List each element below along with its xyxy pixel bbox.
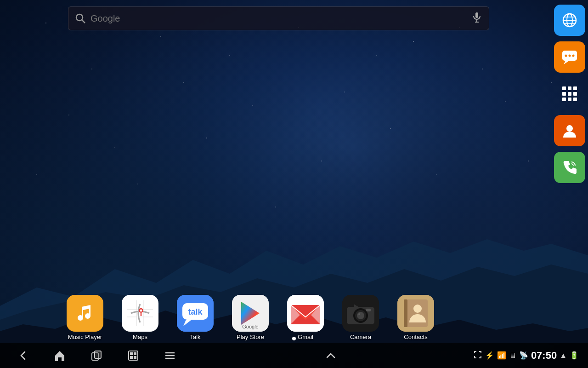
- svg-line-4: [82, 20, 85, 23]
- contacts-label: Contacts: [404, 334, 427, 340]
- maps-icon: [122, 295, 158, 332]
- dock: Music Player Maps: [0, 292, 551, 343]
- svg-rect-55: [130, 356, 132, 358]
- svg-rect-54: [134, 353, 136, 355]
- nav-bar: ⚡ 📶 🖥 📡 07:50 ▲ 🔋: [0, 343, 588, 368]
- app-camera[interactable]: Camera: [340, 295, 381, 340]
- camera-label: Camera: [350, 334, 371, 340]
- talk-label: Talk: [190, 334, 200, 340]
- svg-rect-5: [475, 12, 478, 18]
- contacts-icon: [397, 295, 434, 332]
- play-store-icon: Google: [232, 295, 269, 332]
- sidebar-phone-button[interactable]: [554, 152, 585, 183]
- usb-icon: ⚡: [485, 351, 494, 360]
- wifi-signal-icon: ▲: [560, 351, 567, 360]
- wifi-icon: 📡: [519, 351, 528, 360]
- mic-icon[interactable]: [471, 12, 482, 25]
- svg-point-15: [565, 55, 567, 57]
- up-arrow-button[interactable]: [303, 343, 358, 368]
- svg-rect-53: [130, 353, 132, 355]
- svg-rect-51: [95, 351, 101, 358]
- svg-point-18: [566, 125, 573, 132]
- fullscreen-icon: [473, 350, 482, 361]
- recent-apps-button[interactable]: [78, 343, 115, 368]
- gmail-icon: [287, 295, 324, 332]
- search-bar[interactable]: [68, 6, 489, 30]
- menu-button[interactable]: [152, 343, 188, 368]
- sidebar-apps-button[interactable]: [554, 78, 585, 109]
- search-input[interactable]: [90, 13, 471, 24]
- home-button[interactable]: [41, 343, 78, 368]
- screenshot-button[interactable]: [115, 343, 152, 368]
- battery-icon: 🔋: [570, 351, 579, 360]
- app-gmail[interactable]: Gmail: [285, 295, 326, 340]
- screen-icon: 🖥: [509, 351, 516, 360]
- svg-point-16: [569, 55, 571, 57]
- back-button[interactable]: [5, 343, 41, 368]
- right-sidebar: [551, 0, 588, 343]
- camera-icon: [342, 295, 379, 332]
- status-bar: ⚡ 📶 🖥 📡 07:50 ▲ 🔋: [473, 350, 583, 362]
- gmail-label: Gmail: [298, 334, 313, 340]
- svg-point-49: [413, 305, 422, 313]
- svg-point-17: [572, 55, 575, 57]
- clock-display: 07:50: [531, 350, 557, 362]
- svg-marker-14: [564, 61, 569, 64]
- svg-rect-56: [134, 356, 136, 358]
- svg-point-25: [140, 309, 142, 311]
- svg-rect-45: [366, 309, 371, 311]
- app-play-store[interactable]: Google Play Store: [230, 295, 271, 340]
- talk-icon: talk: [177, 295, 214, 332]
- grid-icon: [562, 86, 577, 101]
- search-icon: [75, 13, 86, 24]
- svg-point-44: [358, 313, 360, 315]
- svg-point-3: [76, 14, 83, 21]
- svg-text:talk: talk: [188, 307, 203, 316]
- page-indicator: [292, 337, 296, 340]
- maps-label: Maps: [133, 334, 147, 340]
- music-player-label: Music Player: [68, 334, 102, 340]
- svg-rect-48: [404, 299, 407, 327]
- sidebar-browser-button[interactable]: [554, 5, 585, 36]
- app-contacts[interactable]: Contacts: [395, 295, 436, 340]
- svg-point-43: [357, 312, 364, 319]
- app-maps[interactable]: Maps: [119, 295, 161, 340]
- svg-text:Google: Google: [242, 324, 258, 329]
- music-player-icon: [67, 295, 103, 332]
- sidebar-contacts-button[interactable]: [554, 115, 585, 146]
- app-talk[interactable]: talk Talk: [175, 295, 216, 340]
- sidebar-messages-button[interactable]: [554, 41, 585, 73]
- play-store-label: Play Store: [237, 334, 264, 340]
- signal-icon: 📶: [497, 351, 506, 360]
- app-music-player[interactable]: Music Player: [64, 295, 106, 340]
